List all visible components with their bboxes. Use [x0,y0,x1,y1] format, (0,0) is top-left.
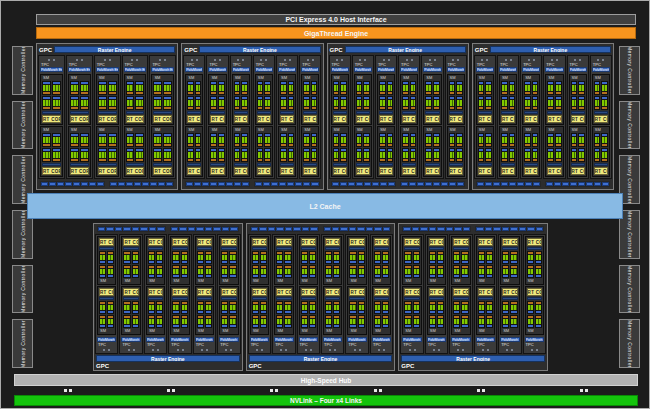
rop-unit [476,227,483,231]
l1-cache-strip [187,111,201,114]
rop-unit [218,182,225,186]
rop-group [185,181,250,187]
memory-controller-block: Memory Controller [12,319,33,368]
tensor-core-strip [188,144,193,146]
texture-unit-dot [164,59,166,61]
memory-controller-label: Memory Controller [20,210,26,258]
tensor-core-strip [242,107,247,109]
rt-core-bar: RT CORE [478,167,492,175]
rop-row [474,180,612,188]
cuda-core-block [285,318,290,325]
cuda-core-block [405,318,410,325]
rt-core-bar: RT CORE [349,238,364,246]
cuda-core-block [198,318,203,325]
sm-core-grid [197,251,212,278]
tensor-core-strip [235,144,240,146]
cuda-core-block [258,136,263,144]
core-partition [132,265,139,278]
rop-unit [383,227,390,231]
tensor-core-strip [479,159,484,161]
texture-unit-dot [429,59,431,61]
rop-group [323,226,392,232]
cuda-core-block [285,268,290,275]
cuda-core-block [81,151,88,159]
sm-block: SMRT CORE [195,236,214,285]
register-cache-strip [405,275,410,277]
cuda-core-block [511,254,516,261]
cuda-core-block [450,84,455,92]
core-partition [187,96,194,110]
sm-label: SM [70,128,89,132]
sm-label: SM [221,279,236,283]
core-partition [303,96,310,110]
tensor-core-strip [510,92,515,94]
rt-core-bar: RT CORE [42,115,61,123]
tensor-core-strip [81,107,88,109]
tensor-core-strip [380,144,385,146]
tpc-block: TPCPolyMorph EngineSMRT CORESMRT CORE [217,234,240,354]
core-partition [425,148,432,162]
sm-label: SM [333,76,347,80]
core-partition [404,265,411,278]
tensor-core-strip [289,159,294,161]
core-partition [257,133,264,147]
cuda-core-block [43,84,50,92]
core-partition [510,265,517,278]
texture-unit-dot [191,59,193,61]
core-partition [340,148,347,162]
sm-label: SM [172,329,187,333]
texture-unit-dot [409,349,411,351]
rt-core-bar: RT CORE [234,115,248,123]
cuda-core-block [536,268,541,275]
tensor-core-strip [235,159,240,161]
core-partition [52,81,61,95]
sm-label: SM [379,76,393,80]
cuda-core-block [405,254,410,261]
texture-unit-dots [402,347,421,352]
gpc-header: GPCRaster Engine [183,45,321,54]
texture-unit-dot [182,349,184,351]
rt-core-bar: RT CORE [478,288,493,296]
rt-core-bar: RT CORE [98,167,117,175]
cuda-core-block [261,254,266,261]
cuda-core-block [100,268,105,275]
tensor-core-strip [81,159,88,161]
sm-label: SM [197,329,212,333]
core-partition [108,133,117,147]
tensor-core-strip [426,92,431,94]
core-partition [478,81,485,95]
core-partition [288,96,295,110]
core-partition [571,96,578,110]
l2-cache-bar: L2 Cache [27,193,623,219]
register-cache-strip [182,261,187,263]
tensor-core-strip [109,107,116,109]
cuda-core-block [430,304,435,311]
core-partition [221,265,228,278]
sm-label: SM [502,279,517,283]
cuda-core-block [375,304,380,311]
sm-core-grid [148,301,163,328]
sm-label: SM [571,128,585,132]
l1-cache-strip [453,247,468,250]
tensor-core-strip [304,159,309,161]
cuda-core-block [388,84,393,92]
l1-cache-strip [148,247,163,250]
rt-core-bar: RT CORE [221,288,236,296]
sm-label: SM [349,279,364,283]
tensor-core-strip [502,107,507,109]
tensor-core-strip [211,144,216,146]
register-cache-strip [536,325,541,327]
l1-cache-strip [197,297,212,300]
cuda-core-block [188,151,193,159]
polymorph-engine-bar: PolyMorph Engine [476,67,494,72]
core-partition [205,265,212,278]
gpc-block: GPCRaster EngineTPCPolyMorph EngineSMRT … [36,43,178,190]
cuda-core-block [71,99,78,107]
cuda-core-block [289,136,294,144]
core-partition [509,96,516,110]
core-partition [257,96,264,110]
cuda-core-block [242,99,247,107]
register-cache-strip [479,311,484,313]
core-partition [280,96,287,110]
core-partition [98,81,107,95]
